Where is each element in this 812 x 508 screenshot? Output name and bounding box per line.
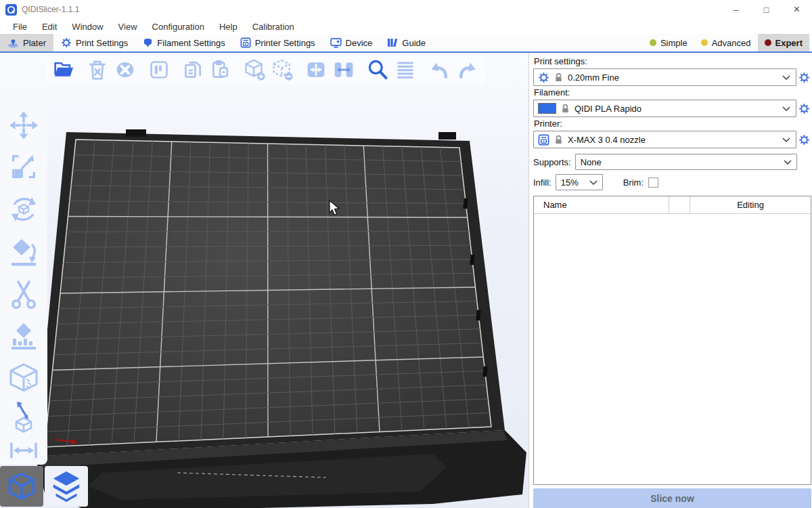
menu-help[interactable]: Help	[212, 22, 245, 32]
infill-value: 15%	[561, 177, 584, 188]
paste-button[interactable]	[209, 58, 233, 82]
printer-icon	[240, 37, 251, 48]
view-toggle-group	[0, 466, 88, 507]
slice-now-button[interactable]: Slice now	[533, 488, 811, 508]
redo-button[interactable]	[455, 58, 480, 82]
cut-tool[interactable]	[6, 273, 41, 316]
mode-advanced[interactable]: Advanced	[694, 34, 758, 51]
column-name[interactable]: Name	[534, 196, 669, 213]
remove-instance-button[interactable]	[270, 58, 294, 82]
chevron-down-icon	[782, 75, 790, 80]
place-on-face-tool[interactable]	[6, 230, 41, 273]
bed-clip	[438, 132, 456, 140]
paint-on-supports-tool[interactable]	[6, 316, 41, 358]
arrange-button[interactable]	[148, 58, 171, 82]
supports-label: Supports:	[533, 157, 571, 167]
split-parts-button[interactable]	[332, 58, 355, 82]
variable-layer-height-button[interactable]	[393, 58, 417, 82]
menu-configuration[interactable]: Configuration	[145, 22, 212, 32]
chevron-down-icon	[589, 180, 597, 185]
supports-row: Supports: None	[533, 154, 797, 170]
print-settings-combo[interactable]: 0.20mm Fine	[533, 68, 796, 86]
delete-all-button[interactable]	[114, 58, 137, 82]
printer-combo[interactable]: X-MAX 3 0.4 nozzle	[533, 131, 796, 148]
menu-window[interactable]: Window	[64, 22, 110, 32]
infill-combo[interactable]: 15%	[556, 174, 603, 190]
filament-edit-button[interactable]	[796, 100, 811, 117]
column-editing[interactable]: Editing	[690, 196, 811, 213]
menu-file[interactable]: File	[5, 22, 35, 32]
simple-dot-icon	[650, 39, 656, 46]
mode-switcher: Simple Advanced Expert	[643, 34, 812, 51]
cube-icon	[6, 471, 37, 502]
minimize-button[interactable]: –	[721, 0, 751, 19]
app-logo-icon	[5, 4, 17, 16]
tab-plater[interactable]: Plater	[0, 34, 53, 51]
printer-label: Printer:	[534, 119, 812, 129]
undo-button[interactable]	[427, 58, 451, 82]
brim-label: Brim:	[623, 177, 644, 188]
layers-icon	[49, 469, 83, 504]
infill-brim-row: Infill: 15% Brim:	[533, 174, 797, 190]
printer-icon	[538, 134, 549, 146]
print-settings-edit-button[interactable]	[796, 68, 811, 86]
close-button[interactable]: ×	[782, 0, 812, 19]
menu-edit[interactable]: Edit	[35, 22, 64, 32]
settings-panel: Print settings: 0.20mm Fine Filament: QI…	[528, 53, 812, 508]
printer-edit-button[interactable]	[796, 131, 811, 148]
preview-view-button[interactable]	[45, 466, 88, 507]
gear-icon	[61, 37, 72, 48]
expert-dot-icon	[765, 39, 771, 46]
menu-calibration[interactable]: Calibration	[245, 22, 302, 32]
object-list[interactable]: Name Editing	[533, 196, 811, 485]
menu-bar: File Edit Window View Configuration Help…	[0, 19, 812, 34]
scale-tool[interactable]	[6, 146, 41, 188]
filament-color-swatch	[538, 103, 556, 114]
3d-viewport[interactable]	[0, 53, 528, 508]
mode-simple[interactable]: Simple	[643, 34, 694, 51]
mode-expert[interactable]: Expert	[758, 34, 809, 51]
measure-tool[interactable]	[6, 436, 41, 465]
filament-combo[interactable]: QIDI PLA Rapido	[533, 100, 796, 117]
print-settings-value: 0.20mm Fine	[568, 72, 777, 83]
brim-checkbox[interactable]	[648, 177, 658, 188]
menu-view[interactable]: View	[111, 22, 145, 32]
gear-icon	[798, 103, 810, 114]
rotate-tool[interactable]	[6, 188, 41, 231]
tab-filament-settings[interactable]: Filament Settings	[135, 34, 232, 51]
tab-guide[interactable]: Guide	[380, 34, 433, 51]
tab-bar: Plater Print Settings Filament Settings …	[0, 34, 812, 53]
add-instance-button[interactable]	[243, 58, 267, 82]
copy-button[interactable]	[181, 58, 205, 82]
column-extruder[interactable]	[669, 196, 690, 213]
plater-toolbar	[46, 56, 486, 84]
printer-value: X-MAX 3 0.4 nozzle	[568, 135, 777, 145]
supports-value: None	[581, 157, 778, 167]
open-button[interactable]	[52, 58, 76, 82]
qidislicer-window: QIDISlicer-1.1.1 – □ × File Edit Window …	[0, 0, 812, 508]
lock-icon	[554, 135, 563, 145]
split-objects-button[interactable]	[304, 58, 328, 82]
supports-combo[interactable]: None	[575, 154, 797, 170]
filament-value: QIDI PLA Rapido	[574, 104, 777, 114]
plater-icon	[7, 37, 19, 49]
move-tool[interactable]	[6, 106, 41, 146]
delete-button[interactable]	[86, 58, 110, 82]
gear-icon	[798, 134, 810, 146]
chevron-down-icon	[782, 137, 790, 142]
chevron-down-icon	[784, 160, 792, 165]
gear-icon	[798, 72, 810, 83]
seam-painting-tool[interactable]	[6, 358, 41, 399]
gear-icon	[538, 72, 549, 83]
3d-editor-view-button[interactable]	[0, 466, 43, 507]
maximize-button[interactable]: □	[751, 0, 782, 19]
tab-device[interactable]: Device	[323, 34, 380, 51]
filament-label: Filament:	[534, 87, 812, 98]
tab-print-settings[interactable]: Print Settings	[53, 34, 135, 51]
infill-label: Infill:	[533, 177, 551, 188]
guide-icon	[387, 37, 398, 48]
tab-printer-settings[interactable]: Printer Settings	[233, 34, 323, 51]
print-bed[interactable]	[0, 53, 528, 508]
search-button[interactable]	[365, 58, 389, 82]
emboss-tool[interactable]	[6, 399, 41, 436]
